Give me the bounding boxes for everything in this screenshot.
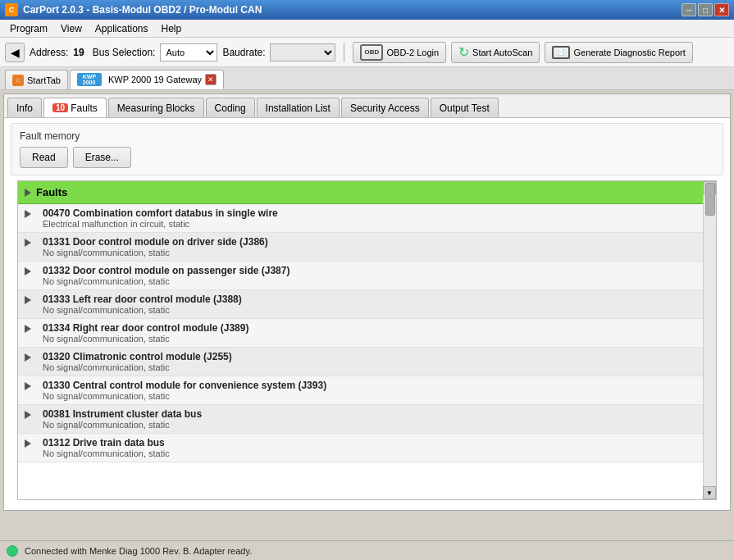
fault-content: 01333 Left rear door control module (J38… <box>43 294 700 315</box>
fault-title: 01334 Right rear door control module (J3… <box>43 322 700 334</box>
scan-icon: ↻ <box>458 44 469 60</box>
tab-coding[interactable]: Coding <box>206 98 255 117</box>
read-button[interactable]: Read <box>20 147 68 168</box>
tab-content-faults: Fault memory Read Erase... Faults 00470 … <box>4 118 730 510</box>
startab-icon: ⌂ <box>12 75 24 86</box>
fault-row[interactable]: 01330 Central control module for conveni… <box>18 376 716 405</box>
tab-info[interactable]: Info <box>7 98 42 117</box>
fault-desc: No signal/communication, static <box>43 305 700 315</box>
menu-program[interactable]: Program <box>3 21 54 36</box>
menu-view[interactable]: View <box>54 21 89 36</box>
baudrate-label: Baudrate: <box>222 47 265 58</box>
tab-installation-list[interactable]: Installation List <box>257 98 340 117</box>
fault-desc: No signal/communication, static <box>43 334 700 344</box>
obd-login-button[interactable]: OBD OBD-2 Login <box>353 42 446 63</box>
open-tabs: ⌂ StartTab KWP2000 KWP 2000 19 Gateway ✕ <box>0 67 734 90</box>
fault-desc: Electrical malfunction in circuit, stati… <box>43 219 700 229</box>
address-value: 19 <box>73 47 84 58</box>
fault-title: 01312 Drive train data bus <box>43 437 700 448</box>
menu-bar: Program View Applications Help <box>0 20 734 38</box>
fault-play-icon <box>25 266 36 277</box>
obd-login-label: OBD-2 Login <box>386 48 439 57</box>
scroll-down-button[interactable]: ▼ <box>703 486 716 499</box>
fault-desc: No signal/communication, static <box>43 420 700 430</box>
fault-desc: No signal/communication, static <box>43 248 700 257</box>
fault-row[interactable]: 01320 Climatronic control module (J255)N… <box>18 348 716 376</box>
title-bar: C CarPort 2.0.3 - Basis-Modul OBD2 / Pro… <box>0 0 734 20</box>
fault-content: 01334 Right rear door control module (J3… <box>43 322 700 344</box>
maximize-button[interactable]: □ <box>698 3 713 16</box>
fault-content: 01330 Central control module for conveni… <box>43 380 700 401</box>
fault-play-icon <box>25 353 36 363</box>
bus-selection-select[interactable]: Auto CAN KWP <box>160 43 217 61</box>
tab-output-test[interactable]: Output Test <box>431 98 499 117</box>
kwp-label: KWP 2000 19 Gateway <box>108 75 202 84</box>
fault-memory-label: Fault memory <box>20 130 714 142</box>
fault-desc: No signal/communication, static <box>43 391 700 401</box>
fault-content: 01332 Door control module on passenger s… <box>43 265 700 286</box>
fault-content: 01320 Climatronic control module (J255)N… <box>43 351 700 372</box>
fault-title: 01333 Left rear door control module (J38… <box>43 294 700 305</box>
separator-1 <box>344 43 344 62</box>
fault-play-icon <box>25 439 36 449</box>
fault-play-icon <box>25 238 36 248</box>
fault-title: 00381 Instrument cluster data bus <box>43 408 700 420</box>
fault-play-icon <box>25 381 36 392</box>
fault-row[interactable]: 01334 Right rear door control module (J3… <box>18 319 716 348</box>
fault-content: 01331 Door control module on driver side… <box>43 236 700 257</box>
fault-desc: No signal/communication, static <box>43 448 700 458</box>
fault-play-icon <box>25 295 36 306</box>
fault-content: 00470 Combination comfort databus in sin… <box>43 207 700 229</box>
kwp-icon: KWP2000 <box>77 73 102 86</box>
content-tabs: Info 10 Faults Measuring Blocks Coding I… <box>4 94 730 118</box>
fault-content: 00381 Instrument cluster data busNo sign… <box>43 408 700 430</box>
close-button[interactable]: ✕ <box>714 3 729 16</box>
obd-icon: OBD <box>360 44 383 61</box>
faults-header: Faults <box>18 181 716 204</box>
faults-badge: 10 <box>52 103 68 112</box>
baudrate-select[interactable] <box>270 43 335 61</box>
menu-help[interactable]: Help <box>155 21 189 36</box>
faults-list: Faults 00470 Combination comfort databus… <box>17 180 717 500</box>
generate-diag-button[interactable]: 📄 Generate Diagnostic Report <box>545 42 692 63</box>
tab-security-access[interactable]: Security Access <box>341 98 429 117</box>
toolbar: ◀ Address: 19 Bus Selection: Auto CAN KW… <box>0 38 734 67</box>
tab-measuring-blocks[interactable]: Measuring Blocks <box>108 98 204 117</box>
erase-button[interactable]: Erase... <box>73 147 131 168</box>
fault-title: 01332 Door control module on passenger s… <box>43 265 700 276</box>
fault-row[interactable]: 00470 Combination comfort databus in sin… <box>18 204 716 233</box>
fault-row[interactable]: 01331 Door control module on driver side… <box>18 233 716 262</box>
generate-diag-label: Generate Diagnostic Report <box>573 48 685 57</box>
fault-rows: 00470 Combination comfort databus in sin… <box>18 204 716 462</box>
fault-row[interactable]: 00381 Instrument cluster data busNo sign… <box>18 405 716 434</box>
faults-header-label: Faults <box>36 186 67 198</box>
fault-row[interactable]: 01312 Drive train data busNo signal/comm… <box>18 434 716 462</box>
back-button[interactable]: ◀ <box>5 43 25 62</box>
minimize-button[interactable]: ─ <box>682 3 696 16</box>
scrollbar[interactable]: ▲ ▼ <box>703 181 716 499</box>
fault-desc: No signal/communication, static <box>43 276 700 286</box>
address-label: Address: <box>30 47 68 58</box>
fault-title: 01331 Door control module on driver side… <box>43 236 700 248</box>
fault-title: 00470 Combination comfort databus in sin… <box>43 207 700 219</box>
bus-selection-label: Bus Selection: <box>93 47 156 58</box>
app-title: CarPort 2.0.3 - Basis-Modul OBD2 / Pro-M… <box>23 4 262 16</box>
tab-faults[interactable]: 10 Faults <box>43 98 107 117</box>
fault-row[interactable]: 01333 Left rear door control module (J38… <box>18 290 716 319</box>
fault-row[interactable]: 01332 Door control module on passenger s… <box>18 262 716 290</box>
start-autoscan-button[interactable]: ↻ Start AutoScan <box>451 42 540 63</box>
open-tab-kwp[interactable]: KWP2000 KWP 2000 19 Gateway ✕ <box>70 70 224 89</box>
start-autoscan-label: Start AutoScan <box>472 48 532 57</box>
main-content: Info 10 Faults Measuring Blocks Coding I… <box>3 93 731 511</box>
open-tab-startab[interactable]: ⌂ StartTab <box>5 70 68 89</box>
fault-title: 01320 Climatronic control module (J255) <box>43 351 700 362</box>
menu-applications[interactable]: Applications <box>89 21 155 36</box>
play-arrow-icon <box>25 189 31 197</box>
diag-icon: 📄 <box>552 46 570 59</box>
app-icon: C <box>5 3 18 16</box>
kwp-tab-close[interactable]: ✕ <box>205 74 217 85</box>
scroll-thumb[interactable] <box>705 183 715 216</box>
startab-label: StartTab <box>27 75 61 85</box>
fault-play-icon <box>25 324 36 335</box>
fault-play-icon <box>25 410 36 421</box>
